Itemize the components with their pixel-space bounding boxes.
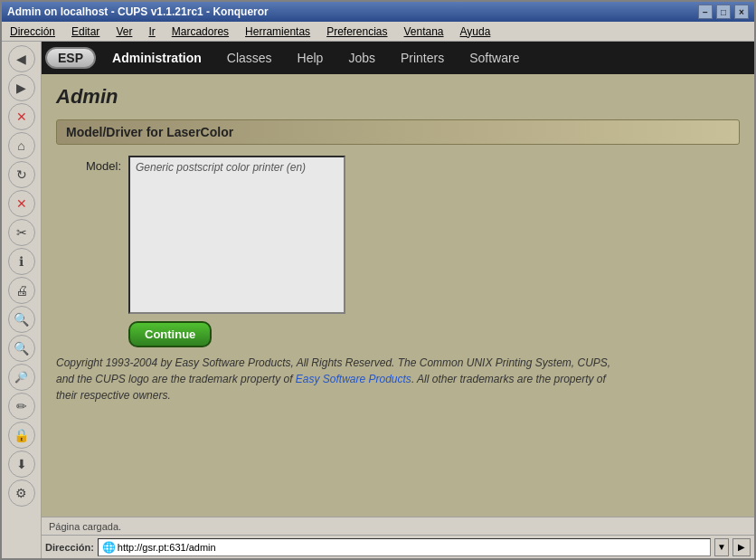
maximize-button[interactable]: □ xyxy=(716,5,731,19)
menu-preferencias[interactable]: Preferencias xyxy=(322,24,392,39)
sidebar-download-button[interactable]: ⬇ xyxy=(8,451,35,478)
status-bar: Página cargada. xyxy=(42,517,754,535)
address-dropdown-button[interactable]: ▼ xyxy=(714,538,729,556)
tab-printers[interactable]: Printers xyxy=(388,42,457,74)
sidebar-search-button[interactable]: 🔍 xyxy=(8,306,35,333)
menu-editar[interactable]: Editar xyxy=(67,24,104,39)
sidebar-gear-button[interactable]: ⚙ xyxy=(8,479,35,507)
footer-line2: and the CUPS logo are the trademark prop… xyxy=(56,373,296,385)
status-text: Página cargada. xyxy=(49,521,121,532)
menu-herramientas[interactable]: Herramientas xyxy=(241,24,315,39)
sidebar-close-button[interactable]: ✕ xyxy=(8,190,35,217)
tab-help[interactable]: Help xyxy=(285,42,336,74)
model-label: Model: xyxy=(86,156,121,173)
sidebar-pencil-button[interactable]: ✏ xyxy=(8,393,35,420)
address-go-button[interactable]: ▶ xyxy=(732,538,751,556)
sidebar-zoom-out-button[interactable]: 🔎 xyxy=(8,364,35,391)
sidebar-lock-button[interactable]: 🔒 xyxy=(8,422,35,449)
tab-jobs[interactable]: Jobs xyxy=(335,42,388,74)
tab-administration[interactable]: Administration xyxy=(99,42,214,74)
tab-software[interactable]: Software xyxy=(457,42,532,74)
sidebar-zoom-in-button[interactable]: 🔍 xyxy=(8,335,35,362)
footer-link[interactable]: Easy Software Products xyxy=(296,373,411,385)
sidebar-refresh-button[interactable]: ↻ xyxy=(8,161,35,188)
address-url: http://gsr.pt:631/admin xyxy=(118,542,216,553)
title-bar: Admin on localhost - CUPS v1.1.21rc1 - K… xyxy=(2,2,754,22)
address-label: Dirección: xyxy=(45,542,94,553)
minimize-button[interactable]: − xyxy=(698,5,713,19)
main-content: ESP Administration Classes Help Jobs Pri… xyxy=(42,42,754,558)
sidebar-print-button[interactable]: 🖨 xyxy=(8,277,35,304)
sidebar-forward-button[interactable]: ▶ xyxy=(8,74,35,101)
continue-button[interactable]: Continue xyxy=(128,321,212,347)
menu-ventana[interactable]: Ventana xyxy=(400,24,449,39)
model-list-item[interactable]: Generic postscript color printer (en) xyxy=(132,159,342,176)
sidebar-home-button[interactable]: ⌂ xyxy=(8,132,35,159)
section-header: Model/Driver for LaserColor xyxy=(56,119,740,145)
sidebar: ◀ ▶ ✕ ⌂ ↻ ✕ ✂ ℹ 🖨 🔍 🔍 🔎 ✏ 🔒 ⬇ ⚙ xyxy=(2,42,42,558)
footer-line3: . All other trademarks are the property … xyxy=(411,373,606,385)
close-button[interactable]: × xyxy=(734,5,749,19)
nav-tabs: ESP Administration Classes Help Jobs Pri… xyxy=(42,42,754,74)
sidebar-back-button[interactable]: ◀ xyxy=(8,45,35,72)
form-row: Model: Generic postscript color printer … xyxy=(56,156,740,347)
title-bar-controls: − □ × xyxy=(698,5,749,19)
menu-ayuda[interactable]: Ayuda xyxy=(456,24,496,39)
model-list[interactable]: Generic postscript color printer (en) xyxy=(128,156,345,314)
tab-classes[interactable]: Classes xyxy=(214,42,285,74)
footer-line4: their respective owners. xyxy=(56,389,171,402)
browser-window: Admin on localhost - CUPS v1.1.21rc1 - K… xyxy=(0,0,756,560)
sidebar-info-button[interactable]: ℹ xyxy=(8,248,35,275)
address-input[interactable]: 🌐 http://gsr.pt:631/admin xyxy=(98,538,711,556)
menu-ir[interactable]: Ir xyxy=(144,24,159,39)
menu-marcadores[interactable]: Marcadores xyxy=(167,24,233,39)
menu-ver[interactable]: Ver xyxy=(111,24,137,39)
page-content: Admin Model/Driver for LaserColor Model:… xyxy=(42,74,754,517)
address-bar: Dirección: 🌐 http://gsr.pt:631/admin ▼ ▶ xyxy=(42,535,754,558)
page-title: Admin xyxy=(56,85,740,109)
window-title: Admin on localhost - CUPS v1.1.21rc1 - K… xyxy=(7,5,269,18)
menu-bar: Dirección Editar Ver Ir Marcadores Herra… xyxy=(2,22,754,42)
footer-line1: Copyright 1993-2004 by Easy Software Pro… xyxy=(56,356,610,369)
menu-direccion[interactable]: Dirección xyxy=(5,24,60,39)
sidebar-stop-button[interactable]: ✕ xyxy=(8,103,35,130)
globe-icon: 🌐 xyxy=(102,541,116,554)
footer-text: Copyright 1993-2004 by Easy Software Pro… xyxy=(56,355,740,403)
content-area: ◀ ▶ ✕ ⌂ ↻ ✕ ✂ ℹ 🖨 🔍 🔍 🔎 ✏ 🔒 ⬇ ⚙ ESP Admi… xyxy=(2,42,754,558)
sidebar-scissors-button[interactable]: ✂ xyxy=(8,219,35,246)
esp-logo[interactable]: ESP xyxy=(45,47,96,69)
